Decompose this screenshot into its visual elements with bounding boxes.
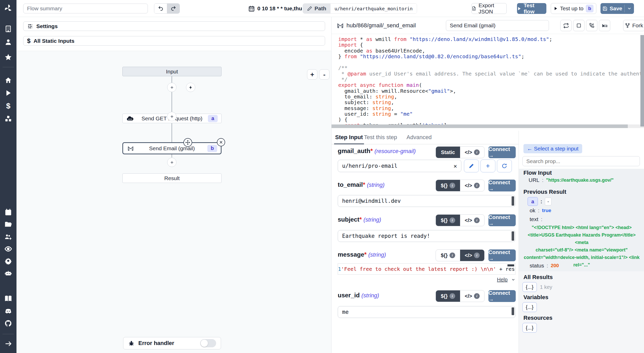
test-up-to-button[interactable]: Test up to b — [551, 3, 596, 14]
add-trigger-button[interactable] — [186, 83, 195, 92]
settings-gear-icon[interactable] — [0, 257, 16, 265]
gmail-auth-resource-input[interactable]: u/henri/pro-email ✕ — [338, 160, 461, 172]
code-mode-button[interactable]: </>i — [460, 290, 484, 302]
static-mode-button[interactable]: Static — [436, 147, 460, 158]
windmill-logo-icon[interactable] — [0, 4, 16, 13]
expand-sidebar-arrow-icon[interactable] — [0, 340, 16, 347]
code-mode-button[interactable]: </> i — [460, 147, 484, 158]
sleep-bed-button[interactable] — [599, 20, 610, 31]
variables-object-chip[interactable]: {...} — [522, 302, 537, 312]
user-id-connect-button[interactable]: Connect → — [488, 290, 516, 302]
star-icon[interactable] — [0, 53, 16, 61]
error-handler-toggle[interactable] — [200, 339, 216, 347]
zoom-in-button[interactable]: + — [307, 69, 317, 80]
add-resource-button[interactable] — [480, 159, 495, 172]
redo-button[interactable] — [167, 4, 180, 13]
flow-summary-input[interactable]: Flow summary — [23, 4, 148, 13]
scrollbar-thumb[interactable] — [332, 124, 628, 128]
step-summary-input[interactable]: Send Email (gmail) — [446, 20, 549, 31]
flow-graph-canvas[interactable]: + - Input HTTP Send GET Request (http) a — [16, 51, 331, 353]
error-handler-card[interactable]: Error handler — [123, 337, 221, 349]
code-mode-button[interactable]: </>i — [460, 215, 484, 226]
resources-object-chip[interactable]: {...} — [522, 323, 537, 333]
user-icon[interactable] — [0, 38, 16, 46]
info-icon[interactable]: i — [450, 293, 455, 299]
template-mode-button[interactable]: ${}i — [436, 250, 460, 261]
select-step-input-button[interactable]: ← Select a step input — [523, 144, 582, 153]
groups-icon[interactable] — [0, 233, 16, 241]
clear-icon[interactable]: ✕ — [454, 163, 457, 169]
info-icon[interactable]: i — [450, 253, 455, 258]
delete-step-button[interactable] — [217, 138, 225, 146]
message-code-editor[interactable]: 1 'Feel free to check out the latest rep… — [338, 263, 515, 275]
schedules-calendar-icon[interactable] — [0, 208, 16, 216]
audit-eye-icon[interactable] — [0, 245, 16, 253]
info-icon[interactable]: i — [474, 217, 480, 223]
message-connect-button[interactable]: Connect → — [488, 249, 516, 261]
input-scrollbar[interactable] — [512, 196, 514, 206]
input-scrollbar[interactable] — [512, 231, 514, 241]
undo-button[interactable] — [154, 4, 167, 13]
save-dropdown-button[interactable] — [625, 3, 634, 14]
test-flow-button[interactable]: Test flow — [517, 3, 546, 14]
result-text-row[interactable]: text : — [530, 216, 543, 222]
code-horizontal-scrollbar[interactable] — [332, 124, 644, 128]
editor-scrollbar[interactable] — [507, 264, 514, 266]
edit-path-button[interactable]: Path — [303, 4, 331, 13]
search-prop-input[interactable] — [522, 156, 640, 166]
path-value[interactable]: u/henri/earthquake_monitorin — [331, 4, 417, 13]
resources-cubes-icon[interactable] — [0, 115, 16, 123]
folder-icon[interactable] — [0, 221, 16, 228]
code-vertical-scrollbar[interactable] — [640, 35, 644, 127]
zoom-out-button[interactable]: - — [319, 69, 329, 80]
all-static-inputs-button[interactable]: $ All Static Inputs — [23, 36, 325, 46]
gmail-auth-connect-button[interactable]: Connect → — [488, 146, 516, 158]
code-editor[interactable]: import * as wmill from "https://deno.lan… — [332, 34, 644, 128]
add-step-button[interactable] — [167, 112, 176, 121]
runs-play-icon[interactable] — [0, 89, 16, 97]
result-status-row[interactable]: status : 200 — [530, 263, 559, 269]
export-json-button[interactable]: Export JSON — [471, 3, 507, 14]
workspace-icon[interactable] — [0, 25, 16, 33]
move-step-handle[interactable] — [183, 138, 192, 147]
flow-node-input[interactable]: Input — [122, 67, 222, 76]
result-ok-row[interactable]: ok : true — [530, 207, 551, 214]
info-icon[interactable]: i — [474, 149, 480, 155]
info-icon[interactable]: i — [474, 183, 480, 188]
expand-editor-button[interactable] — [573, 20, 584, 31]
code-mode-button[interactable]: </>i — [460, 250, 484, 261]
github-icon[interactable] — [0, 320, 16, 327]
refresh-resource-button[interactable] — [497, 159, 512, 172]
schedule-display[interactable]: 0 10 18 * * tue,thu — [248, 4, 302, 13]
save-button[interactable]: Save — [600, 3, 624, 14]
input-scrollbar[interactable] — [512, 307, 514, 315]
flow-node-result[interactable]: Result — [122, 173, 222, 183]
tab-step-input[interactable]: Step Input — [334, 131, 364, 144]
step-a-badge[interactable]: a — [528, 197, 538, 206]
flow-node-b-selected[interactable]: Send Email (gmail) b — [122, 142, 222, 154]
subject-connect-button[interactable]: Connect → — [488, 214, 516, 226]
to-email-connect-button[interactable]: Connect → — [488, 180, 516, 191]
subject-input[interactable]: Earthquake report is ready! — [338, 230, 515, 242]
add-step-button[interactable] — [167, 83, 176, 92]
add-step-button[interactable] — [167, 158, 176, 167]
text-value[interactable]: "<!DOCTYPE html> <html lang="en"> <head>… — [523, 224, 640, 269]
variables-dollar-icon[interactable]: $ — [0, 102, 16, 110]
tab-advanced[interactable]: Advanced — [405, 131, 433, 144]
info-icon[interactable]: i — [474, 293, 480, 299]
user-id-input[interactable]: me — [338, 306, 515, 318]
code-mode-button[interactable]: </>i — [460, 180, 484, 191]
flow-settings-button[interactable]: Settings — [23, 21, 325, 31]
home-icon[interactable] — [0, 77, 16, 84]
template-mode-button[interactable]: ${}i — [436, 290, 460, 302]
fork-button[interactable]: Fork — [623, 20, 644, 31]
flow-input-url-row[interactable]: URL : "https://earthquake.usgs.gov/" — [529, 177, 614, 183]
sync-script-button[interactable] — [560, 20, 572, 31]
info-icon[interactable]: i — [474, 253, 480, 258]
tab-test-this-step[interactable]: Test this step — [363, 131, 398, 144]
step-a-value[interactable]: - — [545, 198, 552, 205]
discord-icon[interactable] — [0, 307, 16, 315]
info-icon[interactable]: i — [450, 183, 455, 188]
webhook-call-button[interactable] — [586, 20, 597, 31]
previous-result-a-row[interactable]: a : - — [528, 197, 552, 206]
